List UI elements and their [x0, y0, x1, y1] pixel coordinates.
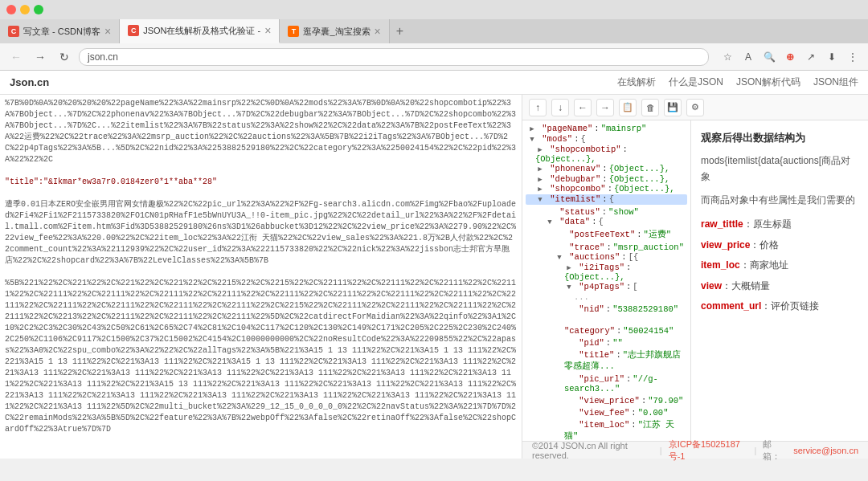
tab-close-taobao[interactable]: ×: [375, 25, 381, 38]
tree-row-shopcombotip[interactable]: ▶ "shopcombotip":{Object...},: [526, 145, 687, 165]
field-sep: ：: [761, 300, 771, 312]
forward-button[interactable]: →: [31, 47, 50, 67]
tree-row-viewfee[interactable]: "view_fee":"0.00": [526, 406, 687, 418]
tree-row-auctions[interactable]: ▼ "auctions":[{: [526, 252, 687, 263]
tree-toggle[interactable]: ▶: [564, 263, 574, 272]
tree-toggle[interactable]: [545, 205, 555, 214]
annotation-field-commenturl: comment_url：评价页链接: [701, 298, 858, 316]
tree-value: "运费": [644, 230, 672, 239]
footer-sep2: |: [755, 446, 757, 455]
tree-row-title[interactable]: "title":"志士邦旗舰店零感超薄...: [526, 348, 687, 372]
tree-toggle[interactable]: ▼: [564, 283, 574, 292]
nav-bar: ← → ↻ json.cn ☆ A 🔍 ⊕ ↗ ⬇ ⋮: [0, 43, 868, 71]
toolbar-right-btn[interactable]: →: [596, 99, 614, 116]
toolbar-settings-btn[interactable]: ⚙: [686, 99, 704, 116]
share-icon[interactable]: ↗: [802, 48, 820, 66]
field-desc-view: 大概销量: [731, 280, 770, 291]
tree-value: "": [612, 338, 623, 348]
tree-toggle[interactable]: ▶: [535, 145, 545, 154]
tab-close-csdn[interactable]: ×: [104, 25, 111, 38]
tree-key: "view_price": [579, 396, 640, 406]
annotation-structure: mods{itemlist{data{auctions[商品对象: [701, 153, 858, 184]
site-toolbar-links: 在线解析 什么是JSON JSON解析代码 JSON组件: [617, 75, 858, 89]
footer-sep: |: [660, 446, 662, 455]
tab-csdn[interactable]: C 写文章 - CSDN博客 ×: [0, 19, 120, 43]
tree-key: "postFeeText": [569, 230, 635, 239]
tree-row-pid[interactable]: "pid":"": [526, 336, 687, 348]
maximize-button[interactable]: [34, 5, 43, 14]
tree-toggle[interactable]: ▼: [555, 253, 564, 263]
shield-icon[interactable]: ⊕: [781, 48, 799, 66]
json-tree-panel[interactable]: ▶ "pageName":"mainsrp" ▼ "mods":{ ▶ "sho…: [522, 120, 691, 441]
footer-icp[interactable]: 京ICP备15025187号-1: [669, 438, 748, 463]
toolbar-link-what[interactable]: 什么是JSON: [669, 75, 723, 89]
site-logo: Json.cn: [10, 76, 49, 88]
toolbar-link-code[interactable]: JSON解析代码: [736, 75, 800, 89]
tree-row-mods[interactable]: ▼ "mods":{: [526, 134, 687, 145]
tree-key: "title": [579, 350, 614, 360]
tree-toggle[interactable]: ▼: [535, 195, 545, 205]
tree-toggle[interactable]: [555, 240, 564, 250]
minimize-button[interactable]: [20, 5, 30, 14]
tree-key: "status": [559, 207, 600, 217]
tree-row-phonenav[interactable]: ▶ "phonenav":{Object...},: [526, 164, 687, 174]
toolbar-left-btn[interactable]: ←: [574, 99, 592, 116]
tree-row-i2itags[interactable]: ▶ "i2iTags":{Object...},: [526, 263, 687, 283]
field-desc-rawtittle: 原生标题: [753, 218, 792, 230]
tree-toggle[interactable]: ▶: [527, 124, 537, 134]
toolbar-down-btn[interactable]: ↓: [551, 99, 569, 116]
tree-row-itemloc[interactable]: "item_loc":"江苏 天猫": [526, 418, 687, 441]
site-footer: ©2014 JSON.cn All right reserved. | 京ICP…: [522, 441, 868, 459]
tree-value: {Object...},: [614, 184, 675, 194]
reload-button[interactable]: ↻: [55, 47, 74, 67]
tree-value: "50024154": [623, 326, 674, 336]
field-name-commenturl: comment_url: [701, 300, 761, 312]
star-icon[interactable]: ☆: [719, 48, 736, 66]
footer-email[interactable]: service@json.cn: [793, 446, 858, 455]
tree-key: "p4pTags": [579, 282, 624, 291]
tree-toggle[interactable]: ▶: [535, 185, 545, 194]
right-toolbar: ↑ ↓ ← → 📋 🗑 💾 ⚙: [522, 95, 868, 120]
tree-row-viewprice[interactable]: "view_price":"79.90": [526, 393, 687, 406]
tree-key: "data": [559, 217, 590, 226]
tree-row-itemlist[interactable]: ▼ "itemlist":{: [526, 194, 687, 205]
toolbar-save-btn[interactable]: 💾: [664, 99, 682, 116]
tree-toggle[interactable]: ▼: [527, 135, 537, 145]
tree-value: {Object...},: [564, 272, 625, 282]
tree-row-shopcombo[interactable]: ▶ "shopcombo":{Object...},: [526, 184, 687, 194]
tab-add-button[interactable]: +: [390, 19, 410, 43]
toolbar-up-btn[interactable]: ↑: [529, 99, 547, 116]
tree-row-category[interactable]: "category":"50024154": [526, 314, 687, 336]
tree-toggle[interactable]: ▶: [535, 165, 545, 174]
tree-row-data[interactable]: ▼ "data":{: [526, 217, 687, 227]
back-button[interactable]: ←: [6, 47, 26, 67]
tree-toggle[interactable]: ▶: [535, 174, 545, 184]
search-nav-icon[interactable]: 🔍: [760, 48, 778, 66]
tree-row-pagename[interactable]: ▶ "pageName":"mainsrp": [526, 124, 687, 134]
tree-key: "trace": [569, 243, 604, 252]
tab-json[interactable]: C JSON在线解析及格式化验证 - ×: [120, 19, 280, 43]
tree-toggle[interactable]: [555, 227, 564, 237]
toolbar-copy-btn[interactable]: 📋: [619, 99, 637, 116]
tree-row-picurl[interactable]: "pic_url":"//g-search3...": [526, 372, 687, 393]
more-icon[interactable]: ⋮: [844, 48, 862, 66]
json-raw-panel[interactable]: %7B%0D%0A%20%20%20%20%22pageName%22%3A%2…: [0, 95, 522, 459]
toolbar-link-parse[interactable]: 在线解析: [617, 75, 656, 89]
toolbar-link-component[interactable]: JSON组件: [813, 75, 858, 89]
download-icon[interactable]: ⬇: [823, 48, 841, 66]
address-bar[interactable]: json.cn: [79, 48, 709, 66]
tree-row-nid[interactable]: "nid":"53882529180": [526, 302, 687, 314]
tab-taobao[interactable]: T 逛孕囊_淘宝搜索 ×: [280, 19, 389, 43]
tree-key: "pic_url": [579, 374, 624, 384]
title-bar: [0, 0, 868, 19]
tree-row-trace[interactable]: "trace":"msrp_auction": [526, 240, 687, 252]
tree-row-debugbar[interactable]: ▶ "debugbar":{Object...},: [526, 174, 687, 185]
tab-close-json[interactable]: ×: [264, 24, 271, 37]
tree-row-p4ptags[interactable]: ▼ "p4pTags":[: [526, 282, 687, 292]
toolbar-delete-btn[interactable]: 🗑: [641, 99, 659, 116]
close-button[interactable]: [6, 5, 16, 14]
read-icon[interactable]: A: [739, 48, 757, 66]
tree-row-postfeetext[interactable]: "postFeeText":"运费": [526, 227, 687, 240]
tree-row-status[interactable]: "status":"show": [526, 205, 687, 217]
tree-toggle[interactable]: ▼: [545, 218, 555, 227]
